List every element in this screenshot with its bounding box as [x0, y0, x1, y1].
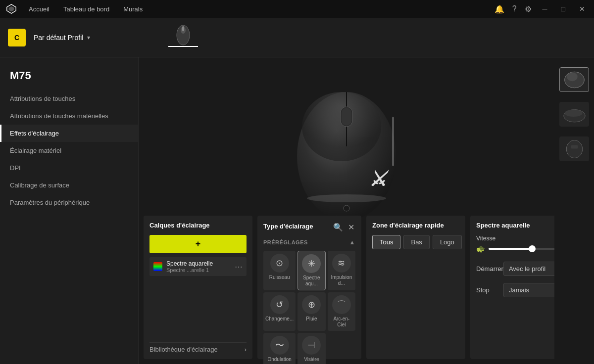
slow-speed-icon: 🐢 — [476, 245, 485, 253]
speed-slider-wrap: 🐢 ⚡ — [476, 245, 554, 253]
impulsion-icon: ≋ — [332, 254, 351, 273]
visiere-icon: ⊣ — [302, 336, 321, 355]
spectre-icon: ✳ — [302, 254, 321, 273]
zone-tous-button[interactable]: Tous — [372, 235, 400, 249]
type-search-button[interactable]: 🔍 — [332, 222, 344, 233]
app-logo — [6, 3, 17, 14]
type-close-button[interactable]: ✕ — [347, 222, 355, 233]
layer-item[interactable]: Spectre aquarelle Spectre ...arelle 1 ⋯ — [149, 257, 247, 276]
device-tab-icon[interactable] — [175, 22, 191, 46]
nav-tableau[interactable]: Tableau de bord — [61, 4, 111, 14]
maximize-button[interactable]: □ — [558, 4, 568, 14]
bibliotheque-label: Bibliothèque d'éclairage — [149, 346, 218, 353]
layer-subname: Spectre ...arelle 1 — [166, 267, 231, 273]
effect-changement[interactable]: ↺ Changeme... — [263, 292, 296, 331]
sidebar-item-params[interactable]: Paramètres du périphérique — [0, 194, 138, 211]
slider-thumb[interactable] — [529, 245, 536, 252]
profile-name: Par défaut Profil — [34, 34, 83, 42]
effect-ondulation[interactable]: 〜 Ondulation ... — [263, 333, 296, 364]
thumb-side-view[interactable] — [559, 102, 589, 127]
panels-row: Calques d'éclairage + Spectre aquarelle … — [139, 211, 554, 364]
stop-label: Stop — [476, 286, 490, 294]
layer-name: Spectre aquarelle — [166, 260, 231, 267]
thumb-front-view[interactable] — [559, 136, 589, 161]
effect-spectre[interactable]: ✳ Spectre aqu... — [297, 251, 325, 290]
zone-buttons: Tous Bas Logo — [372, 235, 459, 249]
svg-point-15 — [567, 72, 578, 81]
svg-point-11 — [307, 194, 386, 202]
profile-selector[interactable]: Par défaut Profil ▾ — [34, 34, 90, 42]
layer-color-bar — [153, 262, 162, 271]
ruisseau-label: Ruisseau — [269, 274, 290, 280]
center-area: ⚔ Calques d'éclairage + Spectre aquarell… — [139, 57, 554, 364]
zone-logo-button[interactable]: Logo — [433, 235, 462, 249]
svg-text:⚔: ⚔ — [369, 168, 390, 190]
changement-icon: ↺ — [270, 295, 289, 314]
nav-murals[interactable]: Murals — [121, 4, 145, 14]
svg-marker-1 — [9, 6, 14, 12]
type-title: Type d'éclairage — [263, 223, 313, 230]
close-button[interactable]: ✕ — [576, 4, 588, 14]
bibliotheque-arrow-icon: › — [245, 346, 247, 353]
help-icon[interactable]: ? — [512, 4, 517, 13]
bibliotheque-button[interactable]: Bibliothèque d'éclairage › — [149, 342, 247, 353]
notification-icon[interactable]: 🔔 — [495, 4, 504, 14]
sidebar-item-eclairage[interactable]: Effets d'éclairage — [0, 125, 138, 142]
device-tab-underline — [168, 46, 198, 47]
sidebar-item-touches-mat[interactable]: Attributions de touches matérielles — [0, 107, 138, 125]
effect-grid: ⊙ Ruisseau ✳ Spectre aqu... ≋ Impulsion … — [263, 251, 355, 364]
presets-label: PRÉRÉGLAGES ▲ — [263, 239, 355, 246]
minimize-button[interactable]: ─ — [540, 4, 550, 14]
slider-fill — [489, 248, 532, 250]
titlebar: Accueil Tableau de bord Murals 🔔 ? ⚙ ─ □… — [0, 0, 594, 18]
effect-arc[interactable]: ⌒ Arc-en-Ciel — [328, 292, 355, 331]
profile-icon: C — [8, 29, 26, 46]
nav-accueil[interactable]: Accueil — [27, 4, 51, 14]
spectre-panel-title: Spectre aquarelle — [476, 222, 554, 229]
ondulation-icon: 〜 — [270, 336, 289, 355]
titlebar-controls: 🔔 ? ⚙ ─ □ ✕ — [495, 4, 588, 14]
vitesse-label: Vitesse — [476, 235, 554, 242]
arc-icon: ⌒ — [332, 295, 351, 314]
effect-visiere[interactable]: ⊣ Visière — [297, 333, 325, 364]
sidebar-item-dpi[interactable]: DPI — [0, 159, 138, 177]
thumb-top-view[interactable] — [559, 67, 589, 92]
stop-value: Jamais — [509, 286, 529, 294]
svg-point-6 — [302, 92, 381, 161]
sidebar-item-eclairage-mat[interactable]: Éclairage matériel — [0, 142, 138, 159]
titlebar-nav: Accueil Tableau de bord Murals — [27, 4, 485, 14]
calques-title: Calques d'éclairage — [149, 222, 247, 229]
sidebar: M75 Attributions de touches Attributions… — [0, 57, 139, 364]
effect-ruisseau[interactable]: ⊙ Ruisseau — [263, 251, 296, 290]
presets-chevron-icon: ▲ — [349, 239, 355, 246]
svg-point-17 — [564, 109, 582, 116]
profile-bar: C Par défaut Profil ▾ — [0, 18, 594, 57]
effect-pluie[interactable]: ⊕ Pluie — [297, 292, 325, 331]
zone-bas-button[interactable]: Bas — [403, 235, 429, 249]
demarrer-label: Démarrer — [476, 265, 503, 273]
layer-more-icon[interactable]: ⋯ — [235, 262, 243, 272]
impulsion-label: Impulsion d... — [330, 274, 353, 286]
speed-slider[interactable] — [489, 248, 554, 250]
svg-rect-9 — [342, 108, 351, 126]
svg-rect-10 — [392, 117, 394, 166]
pluie-icon: ⊕ — [302, 295, 321, 314]
panel-type: Type d'éclairage 🔍 ✕ PRÉRÉGLAGES ▲ ⊙ Rui… — [257, 216, 361, 359]
demarrer-value: Avec le profil — [509, 265, 545, 273]
visiere-label: Visière — [304, 357, 319, 363]
stop-select[interactable]: Jamais ▾ — [503, 283, 554, 297]
profile-chevron-icon: ▾ — [87, 34, 90, 41]
effect-impulsion[interactable]: ≋ Impulsion d... — [328, 251, 355, 290]
panel-zone: Zone d'éclairage rapide Tous Bas Logo — [366, 216, 465, 359]
demarrer-select[interactable]: Avec le profil ▾ — [503, 262, 554, 276]
pluie-label: Pluie — [306, 316, 317, 322]
arc-label: Arc-en-Ciel — [330, 316, 353, 328]
settings-icon[interactable]: ⚙ — [525, 4, 532, 14]
ondulation-label: Ondulation ... — [265, 357, 294, 364]
sidebar-item-calibrage[interactable]: Calibrage de surface — [0, 177, 138, 194]
main-content: M75 Attributions de touches Attributions… — [0, 57, 594, 364]
panel-spectre: Spectre aquarelle Vitesse 🐢 ⚡ — [470, 216, 554, 359]
vitesse-section: Vitesse 🐢 ⚡ — [476, 235, 554, 253]
add-layer-button[interactable]: + — [149, 235, 247, 253]
sidebar-item-touches[interactable]: Attributions de touches — [0, 90, 138, 107]
